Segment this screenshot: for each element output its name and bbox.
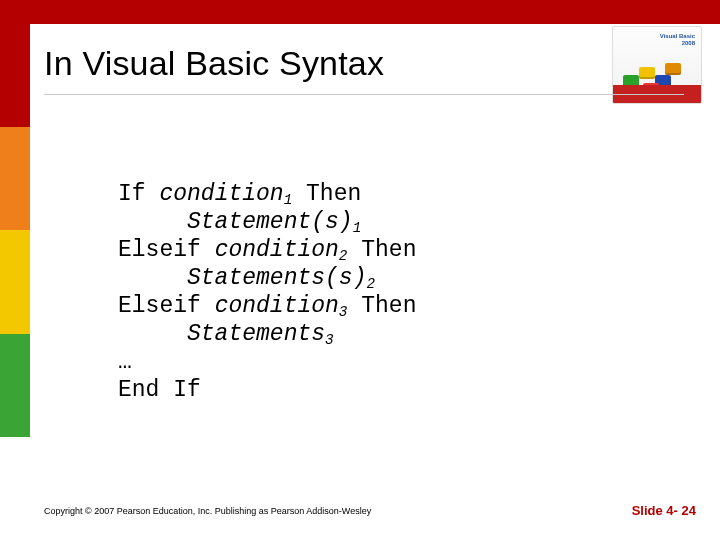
sidebar-stripe <box>0 334 30 437</box>
lego-brick-icon <box>639 67 655 79</box>
code-line: Elseif condition3 Then <box>118 293 416 319</box>
top-accent-bar <box>0 0 720 24</box>
sidebar-stripe <box>0 230 30 333</box>
code-line: If condition1 Then <box>118 181 361 207</box>
slide-title: In Visual Basic Syntax <box>44 44 384 83</box>
code-line: … <box>118 349 132 375</box>
code-line: Elseif condition2 Then <box>118 237 416 263</box>
left-color-sidebar <box>0 24 30 540</box>
sidebar-stripe <box>0 24 30 127</box>
code-block: If condition1 Then Statement(s)1 Elseif … <box>118 152 416 404</box>
book-cover-graphic: Visual Basic 2008 <box>612 26 702 104</box>
title-divider <box>44 94 684 95</box>
copyright-text: Copyright © 2007 Pearson Education, Inc.… <box>44 506 371 516</box>
slide-number: Slide 4- 24 <box>632 503 696 518</box>
lego-brick-icon <box>665 63 681 75</box>
code-line: Statements(s)2 <box>118 265 375 291</box>
book-cover-title: Visual Basic 2008 <box>617 33 697 47</box>
code-line: Statement(s)1 <box>118 209 361 235</box>
sidebar-stripe <box>0 437 30 540</box>
code-line: End If <box>118 377 201 403</box>
sidebar-stripe <box>0 127 30 230</box>
code-line: Statements3 <box>118 321 334 347</box>
